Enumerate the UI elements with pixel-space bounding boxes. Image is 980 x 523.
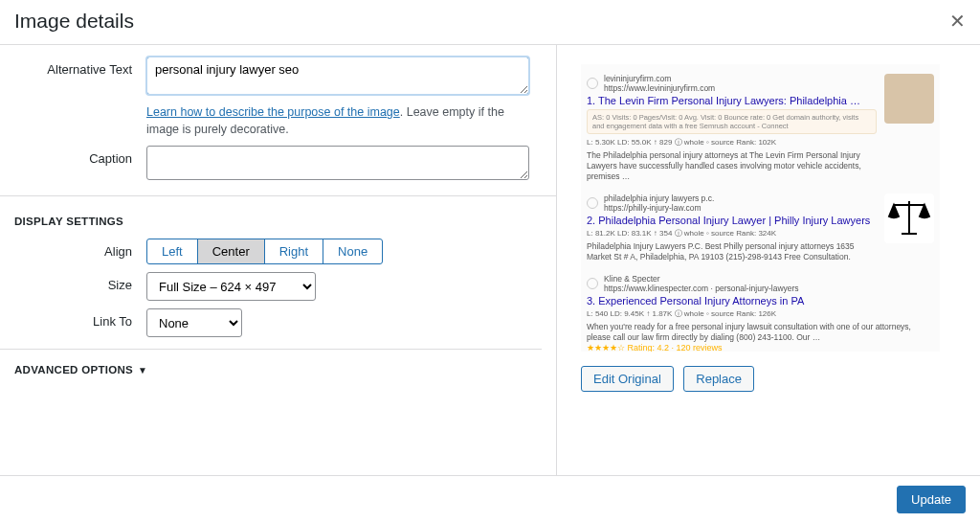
align-row: Align Left Center Right None bbox=[14, 239, 542, 264]
chevron-down-icon: ▼ bbox=[138, 365, 147, 375]
caption-row: Caption bbox=[14, 146, 542, 184]
modal-title: Image details bbox=[14, 10, 134, 33]
serp-result-1: levininjuryfirm.comhttps://www.levininju… bbox=[587, 74, 934, 182]
modal-content: Alternative Text personal injury lawyer … bbox=[0, 45, 980, 486]
favicon-icon bbox=[587, 197, 598, 209]
align-center-button[interactable]: Center bbox=[198, 239, 265, 263]
alt-text-input[interactable]: personal injury lawyer seo bbox=[146, 57, 529, 95]
advanced-options-toggle[interactable]: ADVANCED OPTIONS▼ bbox=[0, 349, 542, 390]
close-icon[interactable]: ✕ bbox=[949, 10, 966, 33]
serp-result-2: philadelphia injury lawyers p.c.https://… bbox=[587, 193, 934, 262]
modal-footer: Update bbox=[0, 475, 980, 523]
serp-thumb-2 bbox=[884, 193, 934, 243]
alt-text-row: Alternative Text personal injury lawyer … bbox=[14, 57, 542, 138]
caption-label: Caption bbox=[14, 146, 146, 184]
size-label: Size bbox=[14, 272, 146, 301]
alt-help-text: Learn how to describe the purpose of the… bbox=[146, 104, 529, 138]
size-select[interactable]: Full Size – 624 × 497 bbox=[146, 272, 316, 301]
align-label: Align bbox=[14, 239, 146, 264]
alt-text-label: Alternative Text bbox=[14, 57, 146, 138]
settings-column: Alternative Text personal injury lawyer … bbox=[0, 45, 557, 486]
serp-result-3: Kline & Specterhttps://www.klinespecter.… bbox=[587, 274, 934, 352]
replace-button[interactable]: Replace bbox=[683, 366, 754, 392]
favicon-icon bbox=[587, 78, 598, 89]
align-button-group: Left Center Right None bbox=[146, 239, 383, 264]
favicon-icon bbox=[587, 278, 598, 289]
caption-input[interactable] bbox=[146, 146, 529, 180]
preview-column: levininjuryfirm.comhttps://www.levininju… bbox=[557, 45, 980, 486]
align-none-button[interactable]: None bbox=[323, 239, 382, 263]
edit-original-button[interactable]: Edit Original bbox=[581, 366, 674, 392]
image-preview: levininjuryfirm.comhttps://www.levininju… bbox=[581, 64, 940, 352]
alt-help-link[interactable]: Learn how to describe the purpose of the… bbox=[146, 105, 400, 119]
serp-thumb-1 bbox=[884, 74, 934, 124]
align-right-button[interactable]: Right bbox=[265, 239, 323, 263]
size-row: Size Full Size – 624 × 497 bbox=[14, 272, 542, 301]
linkto-row: Link To None bbox=[14, 308, 542, 337]
linkto-select[interactable]: None bbox=[146, 308, 242, 337]
display-settings-heading: DISPLAY SETTINGS bbox=[0, 195, 556, 239]
modal-header: Image details ✕ bbox=[0, 0, 980, 45]
align-left-button[interactable]: Left bbox=[147, 239, 198, 263]
update-button[interactable]: Update bbox=[897, 486, 966, 513]
linkto-label: Link To bbox=[14, 308, 146, 337]
